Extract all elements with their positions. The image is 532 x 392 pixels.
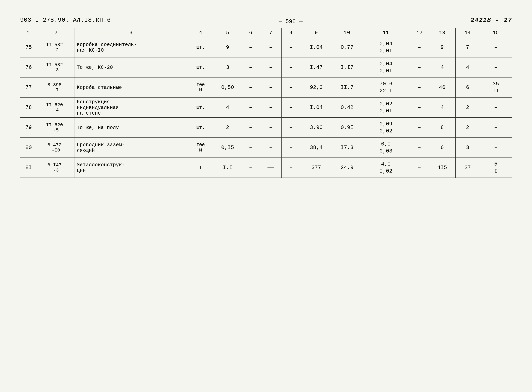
col5: 2 bbox=[214, 118, 241, 138]
col6: – bbox=[241, 98, 260, 118]
col11: 0,I0,03 bbox=[362, 138, 410, 158]
col-header-2: 2 bbox=[37, 28, 75, 37]
col-header-6: 6 bbox=[241, 28, 260, 37]
row-num: 77 bbox=[20, 78, 37, 98]
col5: 0,I5 bbox=[214, 138, 241, 158]
col14: 4 bbox=[456, 57, 480, 78]
col14: 3 bbox=[456, 138, 480, 158]
col-header-5: 5 bbox=[214, 28, 241, 37]
col13: 9 bbox=[429, 37, 456, 57]
col12: – bbox=[410, 98, 429, 118]
col10: 24,9 bbox=[332, 158, 362, 178]
col-header-3: 3 bbox=[75, 28, 187, 37]
col6: – bbox=[241, 158, 260, 178]
col11: 0,020,0I bbox=[362, 98, 410, 118]
col12: – bbox=[410, 78, 429, 98]
col-header-11: 11 bbox=[362, 28, 410, 37]
table-row: 8I8-I47- -3Металлоконструк- цииТI,I–——–3… bbox=[20, 158, 512, 178]
col8: – bbox=[281, 57, 300, 78]
row-num: 79 bbox=[20, 118, 37, 138]
col5: 9 bbox=[214, 37, 241, 57]
col8: – bbox=[281, 138, 300, 158]
col6: – bbox=[241, 57, 260, 78]
col13: 4 bbox=[429, 98, 456, 118]
col-header-14: 14 bbox=[456, 28, 480, 37]
col10: I7,3 bbox=[332, 138, 362, 158]
col7: – bbox=[260, 57, 281, 78]
corner-br bbox=[514, 374, 519, 379]
row-code: II-582- -2 bbox=[37, 37, 75, 57]
col15: – bbox=[480, 118, 512, 138]
row-unit: шт. bbox=[187, 118, 214, 138]
col15: – bbox=[480, 98, 512, 118]
row-unit: I00 М bbox=[187, 138, 214, 158]
row-unit: Т bbox=[187, 158, 214, 178]
col7: – bbox=[260, 138, 281, 158]
col-header-8: 8 bbox=[281, 28, 300, 37]
table-row: 78II-620- -4Конструкция индивидуальная н… bbox=[20, 98, 512, 118]
col5: I,I bbox=[214, 158, 241, 178]
col12: – bbox=[410, 57, 429, 78]
col-header-13: 13 bbox=[429, 28, 456, 37]
row-num: 76 bbox=[20, 57, 37, 78]
row-num: 80 bbox=[20, 138, 37, 158]
col10: II,7 bbox=[332, 78, 362, 98]
col10: 0,42 bbox=[332, 98, 362, 118]
col9: 377 bbox=[300, 158, 332, 178]
col-header-1: 1 bbox=[20, 28, 37, 37]
row-code: II-620- -5 bbox=[37, 118, 75, 138]
col10: I,I7 bbox=[332, 57, 362, 78]
col7: – bbox=[260, 118, 281, 138]
row-unit: шт. bbox=[187, 98, 214, 118]
row-unit: шт. bbox=[187, 57, 214, 78]
col8: – bbox=[281, 78, 300, 98]
col9: 3,90 bbox=[300, 118, 332, 138]
col-header-15: 15 bbox=[480, 28, 512, 37]
table-row: 76II-582- -3То же, КС-20шт.3–––I,47I,I70… bbox=[20, 57, 512, 78]
col8: – bbox=[281, 118, 300, 138]
row-name: То же, КС-20 bbox=[75, 57, 187, 78]
col9: I,04 bbox=[300, 37, 332, 57]
col15: – bbox=[480, 37, 512, 57]
row-name: Коробка соединитель- ная КС-I0 bbox=[75, 37, 187, 57]
row-num: 8I bbox=[20, 158, 37, 178]
corner-tr bbox=[514, 13, 519, 18]
header-row: 1 2 3 4 5 6 7 8 9 10 11 12 13 14 15 bbox=[20, 28, 512, 37]
col11: 4,II,02 bbox=[362, 158, 410, 178]
col5: 4 bbox=[214, 98, 241, 118]
row-unit: шт. bbox=[187, 37, 214, 57]
corner-bl bbox=[13, 374, 18, 379]
col11: 0,040,0I bbox=[362, 57, 410, 78]
col7: —— bbox=[260, 158, 281, 178]
row-name: Конструкция индивидуальная на стене bbox=[75, 98, 187, 118]
col6: – bbox=[241, 78, 260, 98]
col14: 2 bbox=[456, 98, 480, 118]
main-table: 1 2 3 4 5 6 7 8 9 10 11 12 13 14 15 75II… bbox=[20, 28, 512, 178]
doc-number: 24218 - 27 bbox=[470, 17, 512, 24]
table-row: 75II-582- -2Коробка соединитель- ная КС-… bbox=[20, 37, 512, 57]
row-name: То же, на полу bbox=[75, 118, 187, 138]
col6: – bbox=[241, 118, 260, 138]
col-header-4: 4 bbox=[187, 28, 214, 37]
col6: – bbox=[241, 37, 260, 57]
row-code: II-582- -3 bbox=[37, 57, 75, 78]
col13: 4 bbox=[429, 57, 456, 78]
col11: 0,040,0I bbox=[362, 37, 410, 57]
table-row: 79II-620- -5То же, на полушт.2–––3,900,9… bbox=[20, 118, 512, 138]
col9: I,04 bbox=[300, 98, 332, 118]
row-code: 8-398- -I bbox=[37, 78, 75, 98]
col5: 3 bbox=[214, 57, 241, 78]
col13: 8 bbox=[429, 118, 456, 138]
col8: – bbox=[281, 37, 300, 57]
row-name: Металлоконструк- ции bbox=[75, 158, 187, 178]
col12: – bbox=[410, 118, 429, 138]
row-code: 8-I47- -3 bbox=[37, 158, 75, 178]
row-name: Короба стальные bbox=[75, 78, 187, 98]
col14: 7 bbox=[456, 37, 480, 57]
col10: 0,77 bbox=[332, 37, 362, 57]
col13: 4I5 bbox=[429, 158, 456, 178]
table-row: 778-398- -IКороба стальныеI00 М0,50–––92… bbox=[20, 78, 512, 98]
col12: – bbox=[410, 158, 429, 178]
col11: 0,090,02 bbox=[362, 118, 410, 138]
col15: 5I bbox=[480, 158, 512, 178]
